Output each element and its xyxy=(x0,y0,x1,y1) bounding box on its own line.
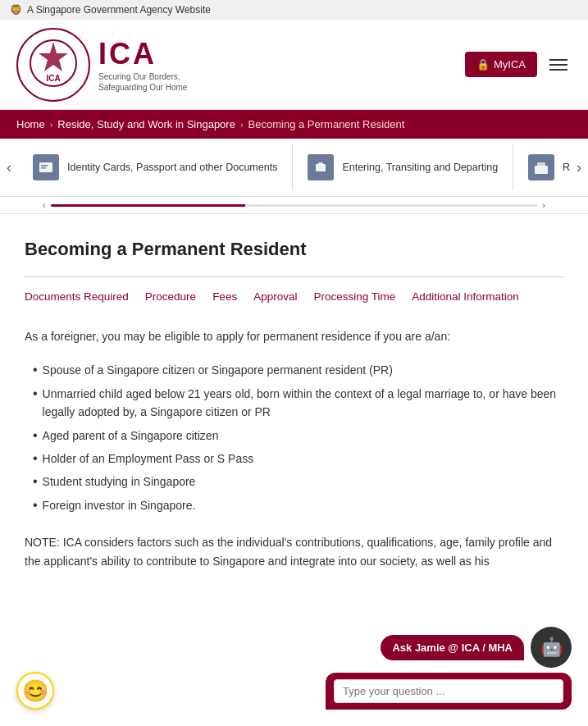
myica-button[interactable]: 🔒 MyICA xyxy=(465,52,537,77)
nav-carousel: ‹ Identity Cards, Passport and other Doc… xyxy=(0,139,588,197)
hamburger-line-1 xyxy=(549,59,567,61)
list-item-1: Unmarried child aged below 21 years old,… xyxy=(33,382,563,424)
logo-area: ICA ICA Securing Our Borders, Safeguardi… xyxy=(16,28,230,102)
carousel-progress-bar: ‹ › xyxy=(0,197,588,214)
list-item-3: Holder of an Employment Pass or S Pass xyxy=(33,447,563,470)
svg-rect-4 xyxy=(41,165,48,167)
carousel-icon-1 xyxy=(308,154,334,180)
progress-prev-btn[interactable]: ‹ xyxy=(41,200,48,210)
main-content: Becoming a Permanent Resident Documents … xyxy=(0,214,588,587)
gov-lion-icon: 🦁 xyxy=(10,4,22,16)
carousel-prev-btn[interactable]: ‹ xyxy=(0,139,18,196)
section-link-5[interactable]: Additional Information xyxy=(412,290,519,303)
section-link-3[interactable]: Approval xyxy=(253,290,297,303)
breadcrumb-sep-2: › xyxy=(240,120,244,130)
logo-tagline: Securing Our Borders, Safeguarding Our H… xyxy=(98,71,230,93)
hamburger-menu[interactable] xyxy=(545,55,572,75)
section-link-0[interactable]: Documents Required xyxy=(25,290,129,303)
carousel-item-2[interactable]: Reside, Study in Singapore xyxy=(513,144,570,190)
lock-icon: 🔒 xyxy=(476,58,490,71)
breadcrumb-current: Becoming a Permanent Resident xyxy=(248,118,405,130)
svg-rect-7 xyxy=(318,162,323,165)
logo-text-area: ICA Securing Our Borders, Safeguarding O… xyxy=(98,37,230,93)
list-item-5: Foreign investor in Singapore. xyxy=(33,494,563,517)
section-nav: Documents Required Procedure Fees Approv… xyxy=(25,290,563,303)
carousel-icon-0 xyxy=(33,154,59,180)
progress-fill xyxy=(51,204,245,207)
title-divider xyxy=(25,276,563,277)
list-item-2: Aged parent of a Singapore citizen xyxy=(33,424,563,447)
progress-track xyxy=(51,204,538,207)
svg-rect-5 xyxy=(41,167,46,169)
section-link-4[interactable]: Processing Time xyxy=(313,290,395,303)
myica-label: MyICA xyxy=(494,58,526,71)
note-text: NOTE: ICA considers factors such as the … xyxy=(25,533,563,570)
intro-paragraph: As a foreigner, you may be eligible to a… xyxy=(25,327,563,345)
svg-rect-6 xyxy=(316,164,326,171)
carousel-next-btn[interactable]: › xyxy=(570,139,588,196)
ica-text: ICA xyxy=(98,37,230,71)
section-link-1[interactable]: Procedure xyxy=(145,290,196,303)
carousel-item-1[interactable]: Entering, Transiting and Departing xyxy=(293,144,513,190)
section-link-2[interactable]: Fees xyxy=(212,290,237,303)
carousel-items-container: Identity Cards, Passport and other Docum… xyxy=(18,144,570,190)
carousel-item-text-0: Identity Cards, Passport and other Docum… xyxy=(67,161,277,174)
svg-text:ICA: ICA xyxy=(46,74,60,83)
eligibility-list: Spouse of a Singapore citizen or Singapo… xyxy=(33,358,563,517)
ica-logo: ICA xyxy=(16,28,90,102)
progress-next-btn[interactable]: › xyxy=(540,200,547,210)
carousel-item-0[interactable]: Identity Cards, Passport and other Docum… xyxy=(18,144,293,190)
list-item-4: Student studying in Singapore xyxy=(33,470,563,493)
carousel-icon-2 xyxy=(528,154,554,180)
header-nav: 🔒 MyICA xyxy=(465,52,572,77)
svg-marker-1 xyxy=(39,42,68,71)
gov-banner-text: A Singapore Government Agency Website xyxy=(27,4,211,16)
breadcrumb: Home › Reside, Study and Work in Singapo… xyxy=(0,110,588,139)
svg-rect-9 xyxy=(537,162,545,167)
hamburger-line-3 xyxy=(549,69,567,71)
carousel-item-text-2: Reside, Study in Singapore xyxy=(563,161,570,174)
hamburger-line-2 xyxy=(549,64,567,66)
site-header: ICA ICA Securing Our Borders, Safeguardi… xyxy=(0,20,588,110)
gov-banner: 🦁 A Singapore Government Agency Website xyxy=(0,0,588,20)
svg-rect-8 xyxy=(535,166,548,174)
breadcrumb-home[interactable]: Home xyxy=(16,118,45,130)
breadcrumb-sep-1: › xyxy=(50,120,53,130)
list-item-0: Spouse of a Singapore citizen or Singapo… xyxy=(33,358,563,381)
carousel-item-text-1: Entering, Transiting and Departing xyxy=(342,161,498,174)
page-title: Becoming a Permanent Resident xyxy=(25,239,563,260)
breadcrumb-parent[interactable]: Reside, Study and Work in Singapore xyxy=(57,118,235,130)
ica-crest-svg: ICA xyxy=(29,39,78,88)
logo-inner: ICA xyxy=(29,39,78,90)
